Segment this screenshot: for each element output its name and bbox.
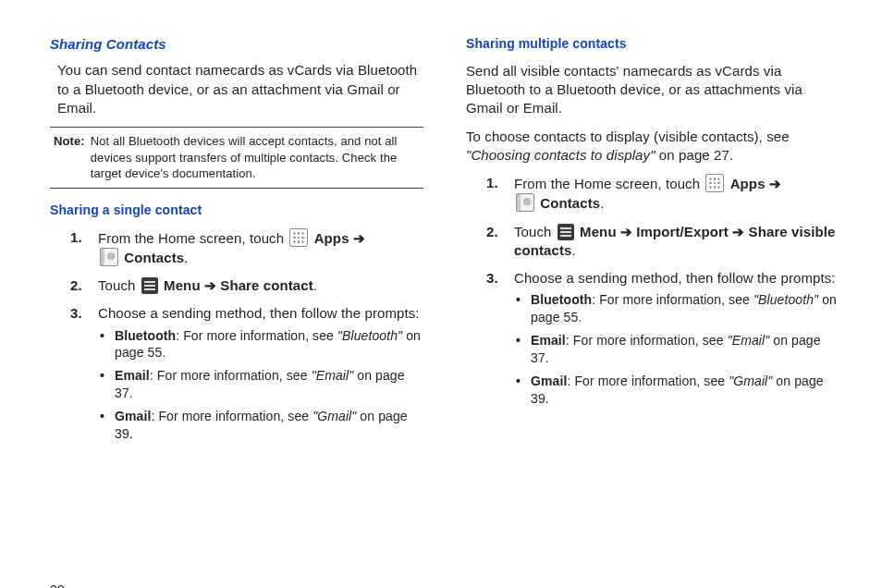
- menu-label: Menu: [580, 224, 617, 239]
- note-label: Note:: [54, 133, 85, 182]
- option-label: Email: [115, 368, 150, 383]
- page-ref: on page 27.: [655, 147, 734, 163]
- intro-paragraph: You can send contact namecards as vCards…: [50, 61, 423, 117]
- step-text: Choose a sending method, then follow the…: [98, 305, 420, 321]
- bullet-list: Bluetooth: For more information, see "Bl…: [514, 291, 839, 407]
- cross-ref: "Bluetooth": [753, 292, 818, 307]
- cross-ref: "Email": [312, 368, 354, 383]
- arrow-icon: ➔: [204, 277, 220, 293]
- option-text: : For more information, see: [567, 374, 729, 388]
- menu-icon: [141, 277, 158, 294]
- period: .: [600, 195, 604, 211]
- subsection-heading: Sharing multiple contacts: [466, 35, 839, 53]
- step-item: 1. From the Home screen, touch Apps ➔ Co…: [466, 174, 839, 214]
- contacts-icon: [100, 248, 118, 266]
- bullet-item: Bluetooth: For more information, see "Bl…: [514, 291, 839, 326]
- step-text: Touch: [514, 224, 556, 239]
- reference-paragraph: To choose contacts to display (visible c…: [466, 128, 839, 165]
- option-label: Gmail: [115, 409, 151, 423]
- cross-ref: "Gmail": [729, 374, 772, 388]
- contacts-icon: [516, 193, 534, 212]
- apps-label: Apps: [314, 230, 349, 246]
- step-list: 1. From the Home screen, touch Apps ➔ Co…: [466, 174, 839, 408]
- option-text: : For more information, see: [176, 328, 337, 343]
- arrow-icon: ➔: [732, 224, 748, 239]
- divider: [50, 188, 423, 189]
- import-export-label: Import/Export: [636, 224, 729, 239]
- option-label: Bluetooth: [115, 328, 176, 343]
- step-number: 1.: [70, 228, 82, 247]
- share-contact-label: Share contact: [220, 277, 313, 293]
- option-text: : For more information, see: [150, 368, 312, 383]
- option-text: : For more information, see: [592, 292, 753, 307]
- intro-paragraph: Send all visible contacts' namecards as …: [466, 62, 839, 118]
- option-label: Gmail: [531, 374, 567, 388]
- option-label: Bluetooth: [531, 292, 592, 307]
- step-text: From the Home screen, touch: [514, 176, 704, 191]
- step-text: Touch: [98, 277, 140, 293]
- apps-icon: [705, 174, 724, 192]
- step-number: 2.: [486, 223, 498, 241]
- option-label: Email: [531, 333, 566, 348]
- step-item: 1. From the Home screen, touch Apps ➔ Co…: [50, 228, 423, 268]
- bullet-item: Bluetooth: For more information, see "Bl…: [98, 327, 423, 362]
- bullet-item: Email: For more information, see "Email"…: [514, 332, 839, 367]
- cross-ref: "Gmail": [312, 409, 356, 423]
- step-number: 2.: [70, 276, 82, 295]
- contacts-label: Contacts: [540, 195, 600, 211]
- arrow-icon: ➔: [620, 224, 636, 239]
- bullet-item: Gmail: For more information, see "Gmail"…: [98, 408, 423, 443]
- cross-ref: "Bluetooth": [337, 328, 402, 343]
- step-text: From the Home screen, touch: [98, 230, 288, 246]
- menu-icon: [557, 224, 574, 240]
- bullet-item: Gmail: For more information, see "Gmail"…: [514, 373, 839, 408]
- arrow-icon: ➔: [769, 176, 781, 191]
- cross-ref: "Email": [728, 333, 770, 348]
- note-body: Not all Bluetooth devices will accept co…: [91, 133, 420, 182]
- option-text: : For more information, see: [151, 409, 312, 423]
- right-column: Sharing multiple contacts Send all visib…: [466, 35, 839, 588]
- cross-ref: "Choosing contacts to display": [466, 147, 655, 163]
- step-item: 2. Touch Menu ➔ Import/Export ➔ Share vi…: [466, 223, 839, 261]
- step-item: 3. Choose a sending method, then follow …: [466, 269, 839, 408]
- period: .: [313, 277, 317, 293]
- apps-label: Apps: [730, 176, 766, 191]
- period: .: [572, 242, 576, 258]
- contacts-label: Contacts: [124, 250, 184, 265]
- menu-label: Menu: [164, 277, 201, 293]
- left-column: Sharing Contacts You can send contact na…: [50, 35, 423, 588]
- subsection-heading: Sharing a single contact: [50, 202, 423, 219]
- bullet-list: Bluetooth: For more information, see "Bl…: [98, 327, 423, 443]
- step-number: 3.: [486, 269, 498, 288]
- step-text: Choose a sending method, then follow the…: [514, 270, 836, 286]
- page-number: 29: [50, 582, 423, 588]
- step-list: 1. From the Home screen, touch Apps ➔ Co…: [50, 228, 423, 443]
- apps-icon: [289, 228, 308, 247]
- two-column-layout: Sharing Contacts You can send contact na…: [50, 35, 839, 588]
- note-block: Note: Not all Bluetooth devices will acc…: [50, 133, 423, 182]
- step-number: 3.: [70, 304, 82, 323]
- divider: [50, 127, 423, 128]
- bullet-item: Email: For more information, see "Email"…: [98, 367, 423, 402]
- section-heading: Sharing Contacts: [50, 35, 423, 54]
- option-text: : For more information, see: [566, 333, 728, 348]
- step-item: 2. Touch Menu ➔ Share contact.: [50, 276, 423, 295]
- step-number: 1.: [486, 174, 498, 192]
- period: .: [184, 250, 188, 265]
- text: To choose contacts to display (visible c…: [466, 129, 790, 144]
- step-item: 3. Choose a sending method, then follow …: [50, 304, 423, 443]
- arrow-icon: ➔: [353, 230, 365, 246]
